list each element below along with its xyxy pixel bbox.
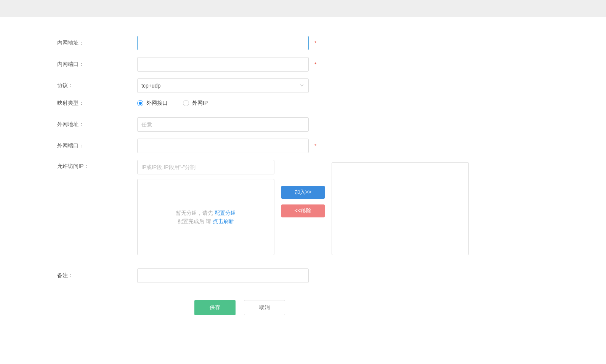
list-area: 暂无分组，请先 配置分组 配置完成后 请 点击刷新 加入>> <<移除 — [137, 179, 469, 255]
add-button[interactable]: 加入>> — [281, 186, 325, 199]
label-internal-port: 内网端口： — [57, 61, 137, 68]
save-button[interactable]: 保存 — [194, 300, 236, 315]
empty-text-1: 暂无分组，请先 — [176, 210, 215, 216]
radio-label-external-interface: 外网接口 — [146, 100, 168, 107]
row-protocol: 协议： tcp+udp — [57, 78, 606, 93]
row-external-address: 外网地址： — [57, 117, 606, 132]
top-bar — [0, 0, 606, 17]
label-external-address: 外网地址： — [57, 121, 137, 128]
allow-ip-content: 暂无分组，请先 配置分组 配置完成后 请 点击刷新 加入>> <<移除 — [137, 160, 469, 255]
label-protocol: 协议： — [57, 82, 137, 89]
row-mapping-type: 映射类型： 外网接口 外网IP — [57, 100, 606, 107]
remove-button[interactable]: <<移除 — [281, 204, 325, 217]
row-external-port: 外网端口： * — [57, 139, 606, 153]
radio-icon — [183, 100, 189, 106]
label-allow-ip: 允许访问IP： — [57, 160, 137, 170]
row-internal-address: 内网地址： * — [57, 36, 606, 50]
label-mapping-type: 映射类型： — [57, 100, 137, 107]
button-column: 加入>> <<移除 — [281, 179, 325, 255]
radio-external-ip[interactable]: 外网IP — [183, 100, 208, 107]
link-refresh[interactable]: 点击刷新 — [213, 218, 234, 224]
input-internal-address[interactable] — [137, 36, 309, 50]
radio-group-mapping-type: 外网接口 外网IP — [137, 100, 208, 107]
empty-text-2: 配置完成后 请 — [178, 218, 213, 224]
action-row: 保存 取消 — [194, 300, 606, 315]
row-internal-port: 内网端口： * — [57, 57, 606, 72]
empty-line-2: 配置完成后 请 点击刷新 — [178, 217, 234, 225]
input-external-address[interactable] — [137, 117, 309, 132]
required-mark: * — [314, 40, 316, 46]
radio-label-external-ip: 外网IP — [192, 100, 208, 107]
label-remarks: 备注： — [57, 272, 137, 279]
form-container: 内网地址： * 内网端口： * 协议： tcp+udp 映射类型： 外网接口 — [0, 17, 606, 315]
radio-external-interface[interactable]: 外网接口 — [137, 100, 168, 107]
select-protocol[interactable]: tcp+udp — [137, 78, 309, 93]
input-remarks[interactable] — [137, 268, 309, 283]
label-internal-address: 内网地址： — [57, 40, 137, 46]
cancel-button[interactable]: 取消 — [244, 300, 285, 315]
select-wrapper-protocol: tcp+udp — [137, 78, 309, 93]
empty-line-1: 暂无分组，请先 配置分组 — [176, 209, 236, 217]
row-allow-ip: 允许访问IP： 暂无分组，请先 配置分组 配置完成后 请 点击刷新 加入>> <… — [57, 160, 606, 255]
required-mark: * — [314, 61, 316, 67]
link-configure-group[interactable]: 配置分组 — [215, 210, 236, 216]
right-list-box[interactable] — [332, 162, 469, 255]
input-external-port[interactable] — [137, 139, 309, 153]
required-mark: * — [314, 143, 316, 149]
row-remarks: 备注： — [57, 268, 606, 283]
input-internal-port[interactable] — [137, 57, 309, 72]
left-list-box[interactable]: 暂无分组，请先 配置分组 配置完成后 请 点击刷新 — [137, 179, 274, 255]
input-allow-ip[interactable] — [137, 160, 274, 174]
radio-icon — [137, 100, 143, 106]
label-external-port: 外网端口： — [57, 142, 137, 149]
